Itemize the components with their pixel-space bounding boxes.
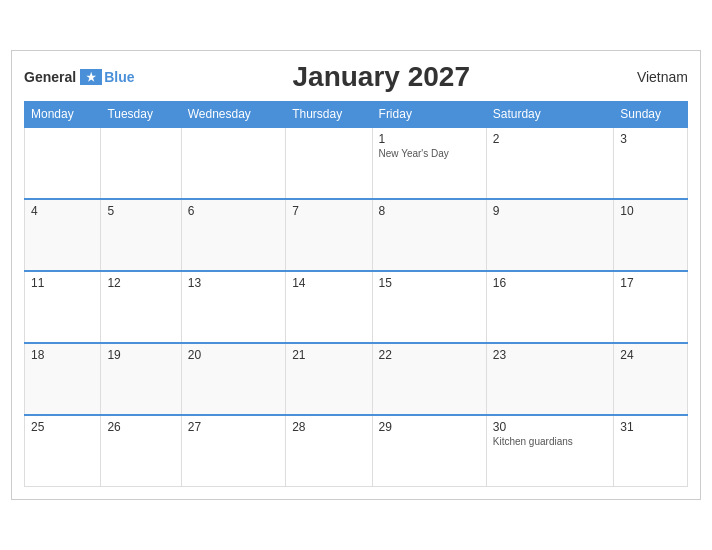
day-number: 14 [292, 276, 365, 290]
calendar-cell: 17 [614, 271, 688, 343]
weekday-header-thursday: Thursday [286, 101, 372, 127]
weekday-header-wednesday: Wednesday [181, 101, 285, 127]
calendar-cell: 16 [486, 271, 614, 343]
calendar-cell: 20 [181, 343, 285, 415]
calendar-cell [25, 127, 101, 199]
calendar-cell: 9 [486, 199, 614, 271]
calendar-cell: 13 [181, 271, 285, 343]
weekday-header-row: MondayTuesdayWednesdayThursdayFridaySatu… [25, 101, 688, 127]
calendar-cell: 14 [286, 271, 372, 343]
calendar-cell: 6 [181, 199, 285, 271]
day-number: 25 [31, 420, 94, 434]
day-number: 21 [292, 348, 365, 362]
calendar-cell: 27 [181, 415, 285, 487]
day-number: 8 [379, 204, 480, 218]
day-number: 9 [493, 204, 608, 218]
day-number: 28 [292, 420, 365, 434]
calendar-cell: 11 [25, 271, 101, 343]
calendar-cell: 21 [286, 343, 372, 415]
day-number: 13 [188, 276, 279, 290]
calendar-cell: 24 [614, 343, 688, 415]
calendar-cell: 30Kitchen guardians [486, 415, 614, 487]
weekday-header-sunday: Sunday [614, 101, 688, 127]
day-number: 2 [493, 132, 608, 146]
calendar-cell: 22 [372, 343, 486, 415]
calendar-cell: 10 [614, 199, 688, 271]
weekday-header-saturday: Saturday [486, 101, 614, 127]
week-row-4: 18192021222324 [25, 343, 688, 415]
calendar-container: General Blue January 2027 Vietnam Monday… [11, 50, 701, 501]
calendar-cell: 25 [25, 415, 101, 487]
day-number: 27 [188, 420, 279, 434]
week-row-1: 1New Year's Day23 [25, 127, 688, 199]
day-number: 3 [620, 132, 681, 146]
calendar-cell: 28 [286, 415, 372, 487]
weekday-header-tuesday: Tuesday [101, 101, 181, 127]
day-number: 5 [107, 204, 174, 218]
calendar-cell: 12 [101, 271, 181, 343]
calendar-cell: 31 [614, 415, 688, 487]
day-number: 23 [493, 348, 608, 362]
calendar-header: General Blue January 2027 Vietnam [24, 61, 688, 93]
day-number: 10 [620, 204, 681, 218]
holiday-label: New Year's Day [379, 148, 480, 159]
day-number: 20 [188, 348, 279, 362]
day-number: 15 [379, 276, 480, 290]
week-row-5: 252627282930Kitchen guardians31 [25, 415, 688, 487]
calendar-cell: 18 [25, 343, 101, 415]
calendar-cell: 26 [101, 415, 181, 487]
day-number: 22 [379, 348, 480, 362]
calendar-cell: 1New Year's Day [372, 127, 486, 199]
day-number: 31 [620, 420, 681, 434]
logo-flag-icon [80, 69, 102, 85]
weekday-header-monday: Monday [25, 101, 101, 127]
day-number: 30 [493, 420, 608, 434]
day-number: 7 [292, 204, 365, 218]
day-number: 29 [379, 420, 480, 434]
day-number: 26 [107, 420, 174, 434]
calendar-table: MondayTuesdayWednesdayThursdayFridaySatu… [24, 101, 688, 488]
calendar-cell: 15 [372, 271, 486, 343]
calendar-cell [181, 127, 285, 199]
day-number: 17 [620, 276, 681, 290]
logo: General Blue [24, 69, 134, 85]
day-number: 24 [620, 348, 681, 362]
calendar-cell: 7 [286, 199, 372, 271]
calendar-cell: 19 [101, 343, 181, 415]
country-label: Vietnam [628, 69, 688, 85]
calendar-cell: 2 [486, 127, 614, 199]
holiday-label: Kitchen guardians [493, 436, 608, 447]
logo-general-text: General [24, 69, 76, 85]
day-number: 4 [31, 204, 94, 218]
calendar-cell: 29 [372, 415, 486, 487]
calendar-cell [101, 127, 181, 199]
calendar-cell: 4 [25, 199, 101, 271]
calendar-cell [286, 127, 372, 199]
day-number: 11 [31, 276, 94, 290]
day-number: 16 [493, 276, 608, 290]
week-row-2: 45678910 [25, 199, 688, 271]
calendar-cell: 5 [101, 199, 181, 271]
calendar-cell: 8 [372, 199, 486, 271]
weekday-header-friday: Friday [372, 101, 486, 127]
day-number: 12 [107, 276, 174, 290]
week-row-3: 11121314151617 [25, 271, 688, 343]
day-number: 6 [188, 204, 279, 218]
calendar-title: January 2027 [134, 61, 628, 93]
logo-blue-text: Blue [104, 69, 134, 85]
calendar-cell: 23 [486, 343, 614, 415]
calendar-cell: 3 [614, 127, 688, 199]
day-number: 18 [31, 348, 94, 362]
day-number: 1 [379, 132, 480, 146]
day-number: 19 [107, 348, 174, 362]
